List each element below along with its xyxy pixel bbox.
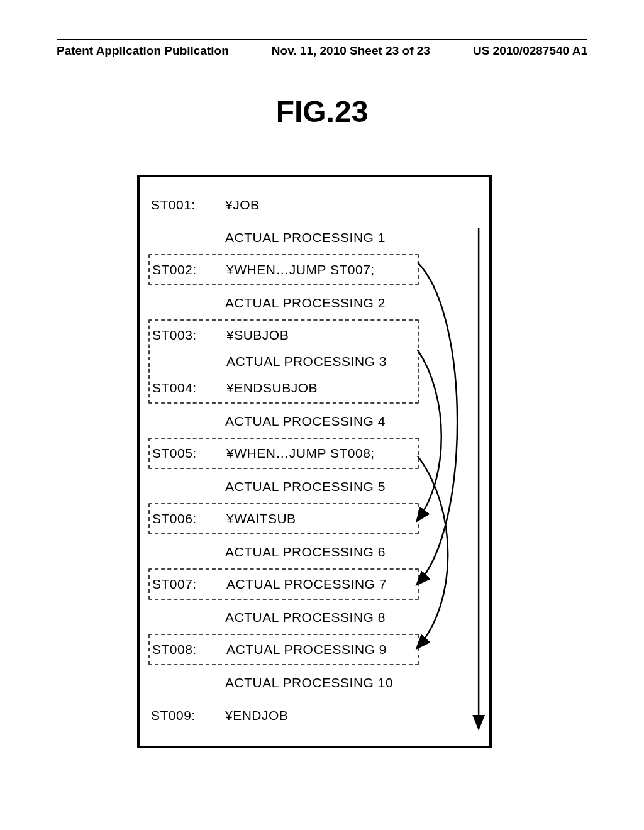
command-text: ¥WHEN…JUMP ST007;	[226, 262, 415, 277]
command-text: ACTUAL PROCESSING 5	[225, 479, 478, 494]
dashed-block-st007: ST007: ACTUAL PROCESSING 7	[148, 568, 419, 600]
dashed-block-st005: ST005: ¥WHEN…JUMP ST008;	[148, 438, 419, 469]
command-text: ACTUAL PROCESSING 8	[225, 610, 478, 625]
command-text: ACTUAL PROCESSING 10	[225, 675, 478, 690]
step-label: ST009:	[151, 708, 225, 723]
header-center: Nov. 11, 2010 Sheet 23 of 23	[272, 44, 430, 58]
step-label: ST004:	[152, 380, 226, 396]
code-row: ACTUAL PROCESSING 2	[151, 289, 478, 317]
code-row: ACTUAL PROCESSING 10	[151, 669, 478, 697]
command-text: ¥WAITSUB	[226, 511, 415, 526]
header-right: US 2010/0287540 A1	[473, 44, 587, 58]
page-header: Patent Application Publication Nov. 11, …	[57, 44, 587, 58]
step-label: ST001:	[151, 197, 225, 213]
step-label: ST006:	[152, 511, 226, 526]
figure-title: FIG.23	[0, 94, 644, 129]
code-row: ST004: ¥ENDSUBJOB	[152, 375, 415, 401]
code-row: ST006: ¥WAITSUB	[152, 506, 415, 532]
step-label: ST008:	[152, 642, 226, 657]
command-text: ¥SUBJOB	[226, 328, 415, 343]
code-listing: ST001: ¥JOB ACTUAL PROCESSING 1 ST002: ¥…	[151, 191, 478, 729]
code-row: ACTUAL PROCESSING 6	[151, 538, 478, 566]
command-text: ACTUAL PROCESSING 6	[225, 545, 478, 560]
step-label: ST005:	[152, 446, 226, 461]
code-row: ACTUAL PROCESSING 4	[151, 407, 478, 435]
code-row: ST007: ACTUAL PROCESSING 7	[152, 571, 415, 597]
step-label: ST002:	[152, 262, 226, 277]
code-row: ST009: ¥ENDJOB	[151, 702, 478, 729]
command-text: ACTUAL PROCESSING 7	[226, 577, 415, 592]
command-text: ¥ENDSUBJOB	[226, 380, 415, 396]
code-row: ACTUAL PROCESSING 1	[151, 224, 478, 252]
code-row: ACTUAL PROCESSING 8	[151, 604, 478, 631]
code-row: ACTUAL PROCESSING 5	[151, 473, 478, 501]
dashed-block-st006: ST006: ¥WAITSUB	[148, 503, 419, 534]
header-rule	[57, 39, 587, 40]
command-text: ¥JOB	[225, 197, 478, 213]
dashed-block-st008: ST008: ACTUAL PROCESSING 9	[148, 634, 419, 665]
command-text: ACTUAL PROCESSING 1	[225, 230, 478, 245]
code-row: ACTUAL PROCESSING 3	[152, 348, 415, 375]
command-text: ¥ENDJOB	[225, 708, 478, 723]
command-text: ¥WHEN…JUMP ST008;	[226, 446, 415, 461]
step-label: ST003:	[152, 328, 226, 343]
code-row: ST003: ¥SUBJOB	[152, 322, 415, 348]
code-row: ST001: ¥JOB	[151, 191, 478, 219]
header-left: Patent Application Publication	[57, 44, 229, 58]
command-text: ACTUAL PROCESSING 2	[225, 296, 478, 311]
command-text: ACTUAL PROCESSING 9	[226, 642, 415, 657]
dashed-block-st002: ST002: ¥WHEN…JUMP ST007;	[148, 254, 419, 285]
dashed-block-subjob: ST003: ¥SUBJOB ACTUAL PROCESSING 3 ST004…	[148, 319, 419, 404]
command-text: ACTUAL PROCESSING 4	[225, 414, 478, 429]
code-diagram: ST001: ¥JOB ACTUAL PROCESSING 1 ST002: ¥…	[137, 175, 492, 748]
code-row: ST005: ¥WHEN…JUMP ST008;	[152, 440, 415, 467]
code-row: ST008: ACTUAL PROCESSING 9	[152, 636, 415, 663]
command-text: ACTUAL PROCESSING 3	[226, 354, 415, 369]
code-row: ST002: ¥WHEN…JUMP ST007;	[152, 257, 415, 283]
step-label: ST007:	[152, 577, 226, 592]
